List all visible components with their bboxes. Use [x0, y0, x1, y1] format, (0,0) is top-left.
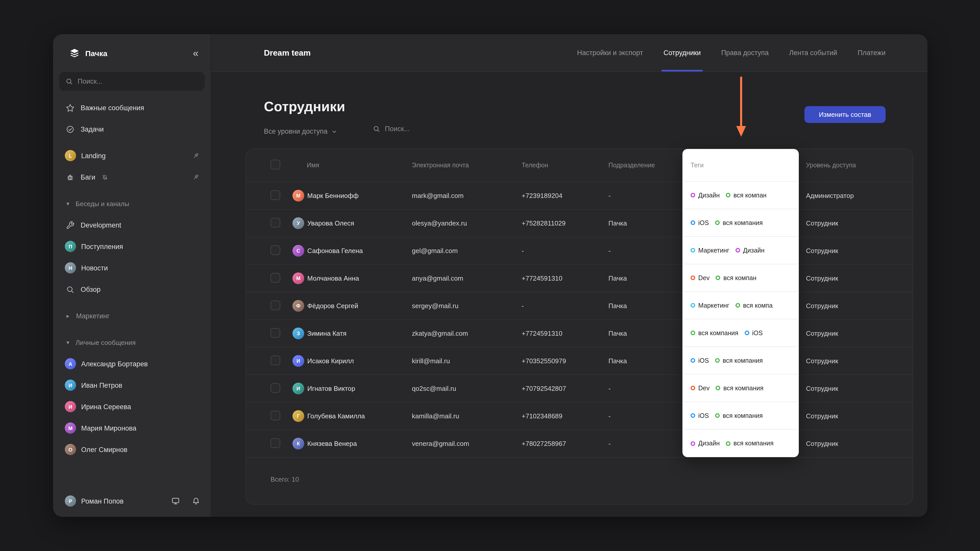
tag[interactable]: вся компания	[715, 219, 763, 226]
row-checkbox[interactable]	[270, 328, 280, 338]
table-row[interactable]: ИИгнатов Виктор qo2sc@mail.ru +707925428…	[246, 375, 913, 402]
tab-employees[interactable]: Сотрудники	[663, 34, 701, 71]
select-all-checkbox[interactable]	[270, 160, 280, 169]
table-row[interactable]: ФФёдоров Сергей sergey@mail.ru - Пачка С…	[246, 292, 913, 319]
sidebar-item-user[interactable]: И Иван Петров	[59, 375, 205, 396]
tag[interactable]: iOS	[745, 329, 763, 337]
employee-search-input[interactable]	[385, 125, 451, 133]
tag[interactable]: вся компания	[726, 440, 773, 447]
row-checkbox[interactable]	[270, 245, 280, 255]
tab-settings-export[interactable]: Настройки и экспорт	[577, 34, 643, 71]
sidebar-item-incoming[interactable]: П Поступления	[59, 236, 205, 257]
avatar: И	[293, 355, 304, 367]
sidebar-search[interactable]	[59, 72, 205, 91]
employee-name: Князева Венера	[307, 440, 357, 448]
sidebar-header: Пачка «	[53, 34, 211, 72]
sidebar-item-user[interactable]: А Александр Бортарев	[59, 353, 205, 375]
tags-row: iOS вся компания	[682, 347, 799, 375]
sidebar-item-tasks[interactable]: Задачи	[59, 118, 205, 140]
row-checkbox[interactable]	[270, 190, 280, 200]
section-label: Личные сообщения	[76, 338, 136, 346]
table-row[interactable]: ИИсаков Кирилл kirill@mail.ru +703525509…	[246, 347, 913, 375]
tab-event-feed[interactable]: Лента событий	[789, 34, 837, 71]
tag[interactable]: вся компания	[715, 357, 763, 364]
tag[interactable]: Маркетинг	[690, 247, 729, 254]
employee-name: Уварова Олеся	[307, 219, 354, 227]
tag[interactable]: вся компания	[715, 412, 763, 419]
tag-label: Dev	[698, 274, 710, 281]
sidebar-search-input[interactable]	[78, 78, 199, 85]
tag[interactable]: Дизайн	[690, 192, 720, 199]
tab-access-rights[interactable]: Права доступа	[721, 34, 769, 71]
screen-share-icon[interactable]	[171, 496, 180, 506]
sidebar-item-bugs[interactable]: Баги	[59, 166, 205, 188]
current-user-row[interactable]: Р Роман Попов	[59, 490, 205, 512]
sidebar-item-development[interactable]: Development	[59, 214, 205, 236]
sidebar-item-important[interactable]: Важные сообщения	[59, 97, 205, 118]
row-checkbox[interactable]	[270, 438, 280, 448]
app-logo: Пачка	[69, 48, 107, 59]
sidebar-item-user[interactable]: О Олег Смирнов	[59, 439, 205, 460]
pin-icon	[192, 152, 200, 159]
tag[interactable]: вся компания	[690, 329, 738, 337]
row-checkbox[interactable]	[270, 218, 280, 227]
tag[interactable]: Dev	[690, 384, 710, 392]
row-checkbox[interactable]	[270, 273, 280, 283]
bell-icon[interactable]	[191, 496, 200, 506]
sidebar-item-landing[interactable]: L Landing	[59, 145, 205, 166]
tags-row: iOS вся компания	[682, 209, 799, 237]
sidebar-item-news[interactable]: Н Новости	[59, 257, 205, 279]
employees-table: Имя Электронная почта Телефон Подразделе…	[245, 148, 913, 505]
row-checkbox[interactable]	[270, 410, 280, 420]
row-checkbox[interactable]	[270, 383, 280, 392]
tag[interactable]: Маркетинг	[690, 302, 729, 309]
tags-column-spotlight: Теги Дизайн вся компан iOS вся компания …	[682, 149, 799, 457]
employee-phone: -	[522, 302, 608, 310]
sidebar-item-overview[interactable]: Обзор	[59, 279, 205, 300]
employee-phone: +7724591310	[522, 330, 608, 337]
row-checkbox[interactable]	[270, 355, 280, 365]
tag[interactable]: Дизайн	[690, 440, 720, 447]
sidebar-item-label: Обзор	[81, 286, 100, 293]
table-row[interactable]: ММолчанова Анна anya@gmail.com +77245913…	[246, 264, 913, 292]
tag-dot-icon	[745, 330, 749, 335]
pin-icon	[192, 173, 200, 181]
tag-dot-icon	[690, 248, 695, 252]
tag-label: Маркетинг	[698, 302, 729, 309]
table-row[interactable]: ЗЗимина Катя zkatya@gmail.com +772459131…	[246, 319, 913, 347]
tag[interactable]: Дизайн	[735, 247, 765, 254]
table-body: ММарк Бенниофф mark@gmail.com +723918920…	[246, 182, 913, 457]
table-row[interactable]: ММарк Бенниофф mark@gmail.com +723918920…	[246, 182, 913, 209]
tag-label: вся компания	[723, 357, 763, 364]
change-roster-button[interactable]: Изменить состав	[804, 106, 886, 123]
access-level-filter[interactable]: Все уровни доступа	[264, 127, 337, 135]
tag[interactable]: вся компа	[735, 302, 773, 309]
sidebar-section-channels[interactable]: ▾ Беседы и каналы	[59, 193, 205, 214]
tag[interactable]: iOS	[690, 412, 709, 419]
sidebar-item-user[interactable]: И Ирина Сереева	[59, 396, 205, 417]
employee-email: zkatya@gmail.com	[412, 330, 522, 337]
sidebar-section-direct-messages[interactable]: ▾ Личные сообщения	[59, 332, 205, 353]
column-header-name: Имя	[293, 162, 412, 169]
employee-search[interactable]	[372, 125, 451, 133]
tag[interactable]: вся компания	[716, 384, 763, 392]
row-checkbox[interactable]	[270, 300, 280, 310]
tag[interactable]: iOS	[690, 357, 709, 364]
tab-bar: Настройки и экспорт Сотрудники Права дос…	[577, 34, 886, 71]
sidebar-item-user[interactable]: М Мария Миронова	[59, 417, 205, 439]
search-icon	[65, 285, 76, 294]
table-row[interactable]: ККнязева Венера venera@gmail.com +780272…	[246, 430, 913, 457]
tag[interactable]: Dev	[690, 274, 710, 281]
table-row[interactable]: ССафонова Гелена gel@gmail.com - - Сотру…	[246, 237, 913, 264]
avatar: L	[65, 150, 76, 161]
tag[interactable]: вся компан	[726, 192, 767, 199]
tag[interactable]: вся компан	[716, 274, 756, 281]
tab-payments[interactable]: Платежи	[858, 34, 886, 71]
collapse-sidebar-icon[interactable]: «	[193, 48, 199, 58]
table-row[interactable]: УУварова Олеся olesya@yandex.ru +7528281…	[246, 209, 913, 237]
sidebar-item-marketing[interactable]: ▸ Маркетинг	[59, 305, 205, 327]
table-row[interactable]: ГГолубева Камилла kamilla@mail.ru +71023…	[246, 402, 913, 430]
tag[interactable]: iOS	[690, 219, 709, 226]
tag-label: вся компания	[723, 384, 763, 392]
tag-label: вся компан	[723, 274, 756, 281]
